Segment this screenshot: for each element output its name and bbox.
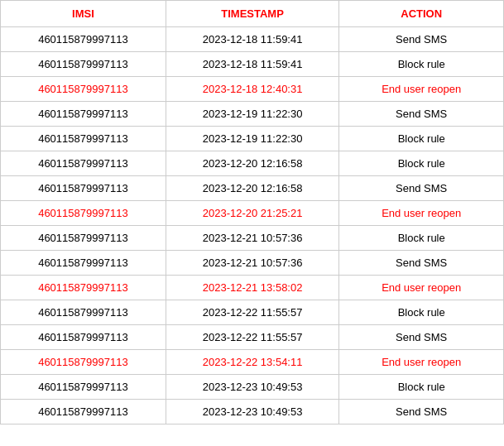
table-row: 4601158799971132023-12-20 12:16:58Block … — [1, 151, 504, 176]
cell-action: Block rule — [339, 127, 504, 151]
cell-action: Send SMS — [339, 400, 504, 424]
cell-action: End user reopen — [339, 276, 504, 300]
cell-timestamp: 2023-12-22 13:54:11 — [166, 350, 339, 375]
cell-imsi: 460115879997113 — [1, 52, 166, 77]
table-row: 4601158799971132023-12-19 11:22:30Block … — [1, 127, 504, 151]
header-timestamp: TIMESTAMP — [166, 1, 339, 27]
cell-action: Send SMS — [339, 325, 504, 350]
table-row: 4601158799971132023-12-18 11:59:41Send S… — [1, 27, 504, 52]
cell-imsi: 460115879997113 — [1, 300, 166, 325]
cell-imsi: 460115879997113 — [1, 127, 166, 151]
cell-imsi: 460115879997113 — [1, 102, 166, 127]
cell-action: Block rule — [339, 375, 504, 400]
cell-imsi: 460115879997113 — [1, 325, 166, 350]
data-table: IMSI TIMESTAMP ACTION 460115879997113202… — [0, 0, 504, 424]
table-row: 4601158799971132023-12-21 10:57:36Send S… — [1, 251, 504, 276]
cell-timestamp: 2023-12-20 12:16:58 — [166, 151, 339, 176]
table-row: 4601158799971132023-12-22 11:55:57Block … — [1, 300, 504, 325]
cell-timestamp: 2023-12-20 12:16:58 — [166, 176, 339, 201]
header-imsi: IMSI — [1, 1, 166, 27]
cell-imsi: 460115879997113 — [1, 350, 166, 375]
cell-timestamp: 2023-12-22 11:55:57 — [166, 300, 339, 325]
cell-action: Send SMS — [339, 251, 504, 276]
cell-imsi: 460115879997113 — [1, 176, 166, 201]
cell-timestamp: 2023-12-23 10:49:53 — [166, 375, 339, 400]
cell-timestamp: 2023-12-19 11:22:30 — [166, 127, 339, 151]
cell-timestamp: 2023-12-19 11:22:30 — [166, 102, 339, 127]
cell-action: Send SMS — [339, 176, 504, 201]
cell-action: Block rule — [339, 52, 504, 77]
cell-action: Send SMS — [339, 102, 504, 127]
table-row: 4601158799971132023-12-18 12:40:31End us… — [1, 77, 504, 102]
cell-action: Block rule — [339, 151, 504, 176]
cell-imsi: 460115879997113 — [1, 375, 166, 400]
cell-action: End user reopen — [339, 77, 504, 102]
table-row: 4601158799971132023-12-21 13:58:02End us… — [1, 276, 504, 300]
cell-timestamp: 2023-12-23 10:49:53 — [166, 400, 339, 424]
cell-action: End user reopen — [339, 350, 504, 375]
cell-timestamp: 2023-12-18 11:59:41 — [166, 52, 339, 77]
cell-imsi: 460115879997113 — [1, 400, 166, 424]
table-row: 4601158799971132023-12-22 13:54:11End us… — [1, 350, 504, 375]
cell-timestamp: 2023-12-21 10:57:36 — [166, 226, 339, 251]
cell-action: Send SMS — [339, 27, 504, 52]
table-row: 4601158799971132023-12-23 10:49:53Send S… — [1, 400, 504, 424]
cell-action: Block rule — [339, 300, 504, 325]
header-action: ACTION — [339, 1, 504, 27]
table-row: 4601158799971132023-12-21 10:57:36Block … — [1, 226, 504, 251]
table-row: 4601158799971132023-12-23 10:49:53Block … — [1, 375, 504, 400]
cell-action: End user reopen — [339, 201, 504, 226]
cell-timestamp: 2023-12-18 12:40:31 — [166, 77, 339, 102]
table-header-row: IMSI TIMESTAMP ACTION — [1, 1, 504, 27]
cell-action: Block rule — [339, 226, 504, 251]
cell-imsi: 460115879997113 — [1, 77, 166, 102]
cell-timestamp: 2023-12-21 13:58:02 — [166, 276, 339, 300]
cell-timestamp: 2023-12-21 10:57:36 — [166, 251, 339, 276]
cell-imsi: 460115879997113 — [1, 276, 166, 300]
cell-imsi: 460115879997113 — [1, 27, 166, 52]
cell-timestamp: 2023-12-18 11:59:41 — [166, 27, 339, 52]
cell-imsi: 460115879997113 — [1, 226, 166, 251]
table-row: 4601158799971132023-12-19 11:22:30Send S… — [1, 102, 504, 127]
table-row: 4601158799971132023-12-20 21:25:21End us… — [1, 201, 504, 226]
table-row: 4601158799971132023-12-22 11:55:57Send S… — [1, 325, 504, 350]
cell-imsi: 460115879997113 — [1, 201, 166, 226]
cell-timestamp: 2023-12-20 21:25:21 — [166, 201, 339, 226]
cell-imsi: 460115879997113 — [1, 251, 166, 276]
table-row: 4601158799971132023-12-18 11:59:41Block … — [1, 52, 504, 77]
cell-imsi: 460115879997113 — [1, 151, 166, 176]
table-row: 4601158799971132023-12-20 12:16:58Send S… — [1, 176, 504, 201]
cell-timestamp: 2023-12-22 11:55:57 — [166, 325, 339, 350]
